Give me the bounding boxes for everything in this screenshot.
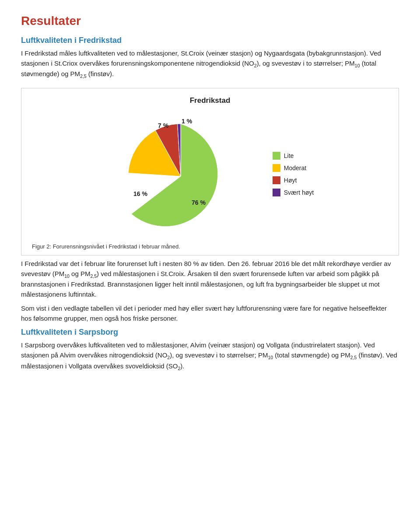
label-76: 76 % (192, 199, 206, 206)
chart-legend: Lite Moderat Høyt Svært høyt (273, 152, 314, 196)
fredrikstad-chart: Fredrikstad (21, 88, 399, 256)
sarpsborg-para-1: I Sarpsborg overvåkes luftkvaliteten ved… (21, 340, 399, 372)
legend-item-hoyt: Høyt (273, 176, 314, 184)
legend-color-svaert-hoyt (273, 189, 280, 196)
label-16: 16 % (133, 190, 147, 197)
legend-item-moderat: Moderat (273, 164, 314, 172)
legend-item-svaert-hoyt: Svært høyt (273, 189, 314, 196)
legend-label-moderat: Moderat (284, 164, 306, 172)
fredrikstad-para-1: I Fredrikstad måles luftkvaliteten ved t… (21, 49, 399, 80)
chart-title: Fredrikstad (190, 96, 231, 105)
page-title: Resultater (21, 14, 399, 28)
fredrikstad-para-3: Som vist i den vedlagte tabellen vil det… (21, 304, 399, 323)
legend-label-lite: Lite (284, 152, 294, 159)
pie-svg: 76 % 16 % 7 % 1 % (106, 108, 255, 240)
label-1: 1 % (182, 118, 192, 125)
section-heading-sarpsborg: Luftkvaliteten i Sarpsborg (21, 328, 399, 337)
chart-area: 76 % 16 % 7 % 1 % Lite Moderat Høyt Svær… (32, 108, 388, 240)
legend-label-svaert-hoyt: Svært høyt (284, 189, 314, 196)
legend-label-hoyt: Høyt (284, 177, 297, 184)
legend-item-lite: Lite (273, 152, 314, 160)
label-7: 7 % (158, 122, 169, 129)
chart-caption: Figur 2: Forurensningsnivået i Fredrikst… (32, 243, 388, 250)
pie-chart: 76 % 16 % 7 % 1 % (106, 108, 255, 240)
section-heading-fredrikstad: Luftkvaliteten i Fredrikstad (21, 36, 399, 45)
legend-color-hoyt (273, 176, 280, 184)
legend-color-moderat (273, 164, 280, 172)
fredrikstad-para-2: I Fredrikstad var det i februar lite for… (21, 259, 399, 299)
legend-color-lite (273, 152, 280, 160)
